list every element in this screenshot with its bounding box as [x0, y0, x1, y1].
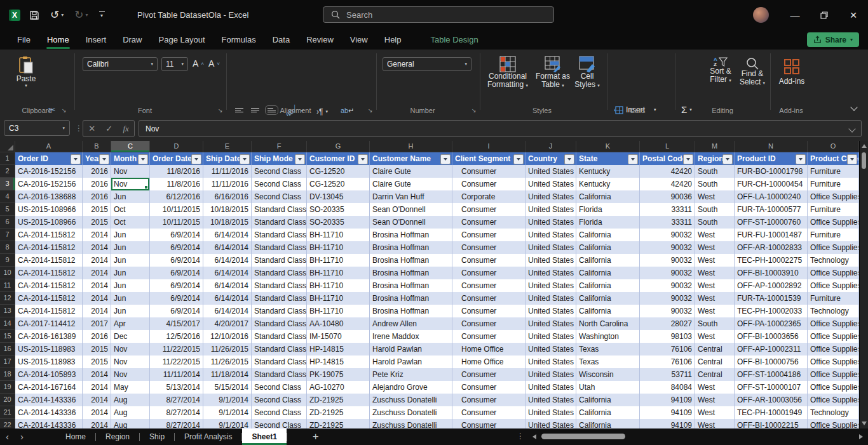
cell-C5[interactable]: Oct	[111, 203, 150, 216]
cell-E11[interactable]: 6/14/2014	[203, 279, 252, 292]
cell-D18[interactable]: 11/11/2014	[150, 368, 203, 381]
cell-M8[interactable]: West	[695, 241, 735, 254]
close-button[interactable]: ×	[839, 0, 868, 30]
cell-H14[interactable]: Andrew Allen	[370, 317, 452, 330]
cell-E21[interactable]: 9/1/2014	[203, 406, 252, 419]
share-button[interactable]: Share ▾	[807, 32, 859, 47]
row-header-16[interactable]: 16	[0, 343, 15, 355]
row-header-18[interactable]: 18	[0, 368, 15, 381]
cell-H21[interactable]: Zuschuss Donatelli	[370, 406, 452, 419]
cell-F22[interactable]: Second Class	[252, 419, 307, 428]
cell-A7[interactable]: CA-2014-115812	[15, 229, 83, 241]
cell-C19[interactable]: May	[111, 381, 150, 394]
cell-J11[interactable]: United States	[526, 279, 576, 292]
cell-M20[interactable]: West	[695, 394, 735, 406]
row-header-14[interactable]: 14	[0, 317, 15, 330]
cell-L10[interactable]: 90032	[640, 267, 695, 279]
cell-C6[interactable]: Oct	[111, 216, 150, 229]
cell-J21[interactable]: United States	[526, 406, 576, 419]
cell-I12[interactable]: Consumer	[452, 292, 526, 305]
cell-C16[interactable]: Nov	[111, 343, 150, 355]
cell-I7[interactable]: Consumer	[452, 229, 526, 241]
sheet-tab-home[interactable]: Home	[56, 428, 95, 445]
column-header-E[interactable]: E	[203, 141, 252, 152]
cell-M16[interactable]: Central	[695, 343, 735, 355]
cell-D16[interactable]: 11/22/2015	[150, 343, 203, 355]
column-header-N[interactable]: N	[735, 141, 808, 152]
cell-C15[interactable]: Dec	[111, 330, 150, 343]
insert-function-button[interactable]: fx	[123, 124, 128, 134]
row-header-17[interactable]: 17	[0, 355, 15, 368]
cell-J7[interactable]: United States	[526, 229, 576, 241]
cell-N17[interactable]: OFF-BI-10000756	[735, 355, 808, 368]
cell-F19[interactable]: Second Class	[252, 381, 307, 394]
cell-L14[interactable]: 28027	[640, 317, 695, 330]
cell-E5[interactable]: 10/18/2015	[203, 203, 252, 216]
cell-B10[interactable]: 2014	[83, 267, 111, 279]
ribbon-tab-file[interactable]: File	[9, 30, 39, 50]
cell-A20[interactable]: CA-2014-143336	[15, 394, 83, 406]
cell-B8[interactable]: 2014	[83, 241, 111, 254]
filter-button[interactable]	[191, 154, 201, 164]
cell-D22[interactable]: 8/27/2014	[150, 419, 203, 428]
cell-D2[interactable]: 11/8/2016	[150, 165, 203, 178]
cell-I4[interactable]: Corporate	[452, 190, 526, 203]
cell-A10[interactable]: CA-2014-115812	[15, 267, 83, 279]
cell-M12[interactable]: West	[695, 292, 735, 305]
sheet-tab-profit-analysis[interactable]: Profit Analysis	[175, 428, 241, 445]
cell-K9[interactable]: California	[576, 254, 640, 267]
cell-C13[interactable]: Jun	[111, 305, 150, 317]
cell-G8[interactable]: BH-11710	[307, 241, 370, 254]
cell-H11[interactable]: Brosina Hoffman	[370, 279, 452, 292]
cell-A13[interactable]: CA-2014-115812	[15, 305, 83, 317]
cell-J19[interactable]: United States	[526, 381, 576, 394]
cell-C12[interactable]: Jun	[111, 292, 150, 305]
cell-B17[interactable]: 2015	[83, 355, 111, 368]
tab-scroll-splitter[interactable]: ⋮	[517, 432, 524, 441]
cell-L11[interactable]: 90032	[640, 279, 695, 292]
cell-I14[interactable]: Consumer	[452, 317, 526, 330]
column-header-M[interactable]: M	[695, 141, 735, 152]
filter-button[interactable]	[99, 154, 109, 164]
cell-F17[interactable]: Standard Class	[252, 355, 307, 368]
save-button[interactable]	[29, 10, 39, 20]
cell-H22[interactable]: Zuschuss Donatelli	[370, 419, 452, 428]
column-header-F[interactable]: F	[252, 141, 307, 152]
cell-O17[interactable]: Office Supplies	[808, 355, 859, 368]
cell-B20[interactable]: 2014	[83, 394, 111, 406]
cell-H10[interactable]: Brosina Hoffman	[370, 267, 452, 279]
cell-F21[interactable]: Second Class	[252, 406, 307, 419]
cell-N13[interactable]: TEC-PH-10002033	[735, 305, 808, 317]
cell-E15[interactable]: 12/10/2016	[203, 330, 252, 343]
cell-F16[interactable]: Standard Class	[252, 343, 307, 355]
table-header-state[interactable]: State	[576, 152, 640, 165]
cell-G21[interactable]: ZD-21925	[307, 406, 370, 419]
font-size-combo[interactable]: 11▾	[161, 57, 188, 71]
cell-D15[interactable]: 12/5/2016	[150, 330, 203, 343]
cell-A8[interactable]: CA-2014-115812	[15, 241, 83, 254]
cell-A6[interactable]: US-2015-108966	[15, 216, 83, 229]
column-header-I[interactable]: I	[452, 141, 526, 152]
cell-B22[interactable]: 2014	[83, 419, 111, 428]
cell-B12[interactable]: 2014	[83, 292, 111, 305]
filter-button[interactable]	[847, 154, 857, 164]
enter-button[interactable]: ✓	[105, 124, 112, 133]
cell-C17[interactable]: Nov	[111, 355, 150, 368]
row-header-12[interactable]: 12	[0, 292, 15, 305]
row-header-2[interactable]: 2	[0, 165, 15, 178]
cell-N11[interactable]: OFF-AP-10002892	[735, 279, 808, 292]
cell-I15[interactable]: Consumer	[452, 330, 526, 343]
cell-D3[interactable]: 11/8/2016	[150, 178, 203, 190]
cell-G10[interactable]: BH-11710	[307, 267, 370, 279]
cell-A18[interactable]: CA-2014-105893	[15, 368, 83, 381]
filter-button[interactable]	[796, 154, 806, 164]
cell-E2[interactable]: 11/11/2016	[203, 165, 252, 178]
cell-O20[interactable]: Office Supplies	[808, 394, 859, 406]
table-header-ship-mode[interactable]: Ship Mode	[252, 152, 307, 165]
cell-N3[interactable]: FUR-CH-10000454	[735, 178, 808, 190]
cell-K16[interactable]: Texas	[576, 343, 640, 355]
filter-button[interactable]	[240, 154, 250, 164]
cell-F12[interactable]: Standard Class	[252, 292, 307, 305]
name-box[interactable]: C3 ▾	[4, 120, 70, 136]
cell-D13[interactable]: 6/9/2014	[150, 305, 203, 317]
